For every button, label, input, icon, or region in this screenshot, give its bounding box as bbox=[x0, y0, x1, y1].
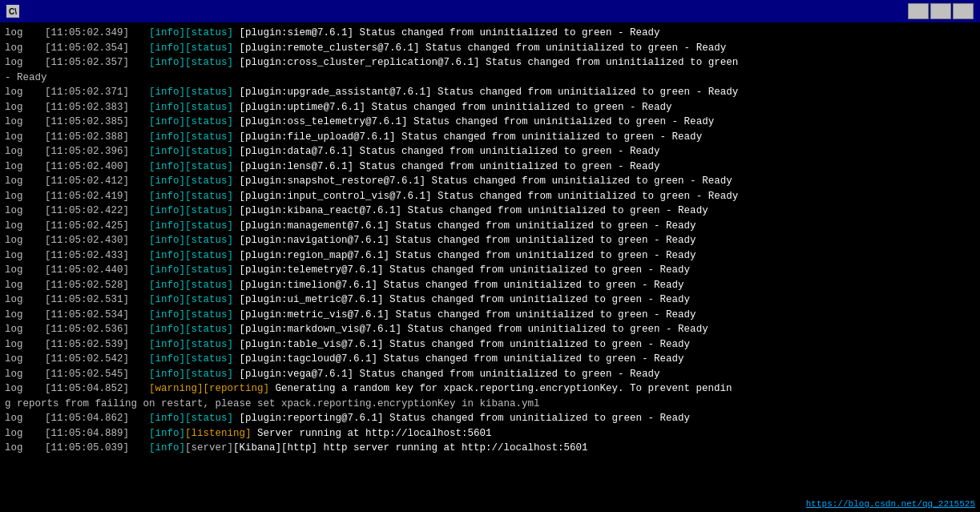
maximize-button[interactable] bbox=[930, 3, 951, 19]
minimize-button[interactable] bbox=[908, 3, 929, 19]
log-line: log [11:05:02.531] [info][status] [plugi… bbox=[5, 292, 975, 308]
log-line: log [11:05:02.385] [info][status] [plugi… bbox=[5, 115, 975, 130]
log-line: log [11:05:02.545] [info][status] [plugi… bbox=[5, 367, 975, 382]
log-line: log [11:05:02.440] [info][status] [plugi… bbox=[5, 263, 975, 278]
log-line: log [11:05:02.425] [info][status] [plugi… bbox=[5, 219, 975, 234]
log-line: log [11:05:02.400] [info][status] [plugi… bbox=[5, 159, 975, 175]
log-line: log [11:05:04.852] [warning][reporting] … bbox=[5, 381, 975, 397]
log-line: log [11:05:02.534] [info][status] [plugi… bbox=[5, 308, 975, 323]
close-button[interactable] bbox=[953, 3, 974, 19]
log-line: log [11:05:02.354] [info][status] [plugi… bbox=[5, 41, 975, 56]
log-line: log [11:05:02.539] [info][status] [plugi… bbox=[5, 337, 975, 353]
log-line: log [11:05:02.357] [info][status] [plugi… bbox=[5, 55, 975, 71]
log-line: log [11:05:02.528] [info][status] [plugi… bbox=[5, 278, 975, 293]
log-line: log [11:05:02.388] [info][status] [plugi… bbox=[5, 130, 975, 145]
log-line: log [11:05:02.412] [info][status] [plugi… bbox=[5, 174, 975, 189]
log-line: - Ready bbox=[5, 71, 975, 86]
title-bar: C\ bbox=[0, 0, 980, 22]
log-line: log [11:05:02.419] [info][status] [plugi… bbox=[5, 189, 975, 204]
log-line: log [11:05:05.039] [info][server][Kibana… bbox=[5, 441, 975, 456]
cmd-icon: C\ bbox=[6, 5, 19, 18]
log-line: log [11:05:02.430] [info][status] [plugi… bbox=[5, 233, 975, 248]
watermark: https://blog.csdn.net/qq_2215525 bbox=[806, 499, 975, 509]
log-line: log [11:05:02.349] [info][status] [plugi… bbox=[5, 26, 975, 41]
log-line: log [11:05:04.889] [info][listening] Ser… bbox=[5, 426, 975, 441]
log-line: log [11:05:02.396] [info][status] [plugi… bbox=[5, 144, 975, 159]
log-line: log [11:05:02.422] [info][status] [plugi… bbox=[5, 204, 975, 219]
log-line: log [11:05:02.536] [info][status] [plugi… bbox=[5, 322, 975, 337]
log-line: log [11:05:04.862] [info][status] [plugi… bbox=[5, 411, 975, 426]
console-output: log [11:05:02.349] [info][status] [plugi… bbox=[0, 22, 980, 512]
log-line: log [11:05:02.433] [info][status] [plugi… bbox=[5, 248, 975, 264]
log-line: g reports from failing on restart, pleas… bbox=[5, 397, 975, 412]
log-line: log [11:05:02.371] [info][status] [plugi… bbox=[5, 85, 975, 100]
log-line: log [11:05:02.383] [info][status] [plugi… bbox=[5, 100, 975, 115]
log-line: log [11:05:02.542] [info][status] [plugi… bbox=[5, 352, 975, 367]
